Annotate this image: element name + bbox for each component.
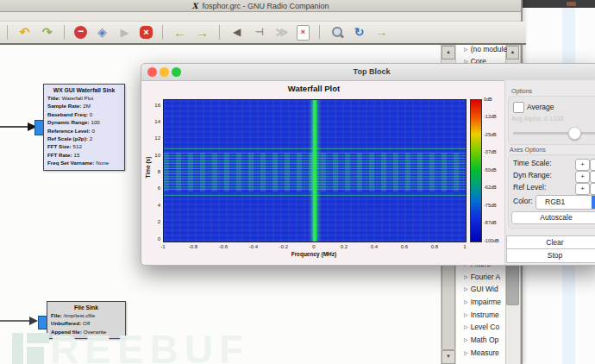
ref-level-minus-button[interactable]: - xyxy=(590,183,595,195)
filter-icon[interactable]: ◀ xyxy=(229,25,244,40)
tree-item-instrumentation[interactable]: ▷Instrume xyxy=(464,311,507,322)
block-param: Ref Scale (p2p):2 xyxy=(44,135,124,142)
x11-app-icon: X xyxy=(191,2,197,10)
waterfall-spectrogram xyxy=(163,99,467,242)
tree-item-impairments[interactable]: ▷Impairme xyxy=(464,298,507,309)
dropdown-arrows-icon: ▲▼ xyxy=(592,196,595,209)
param-value: Waterfall Plot xyxy=(62,95,94,101)
param-value: None xyxy=(96,160,109,166)
param-value: 15 xyxy=(74,152,80,158)
x-tick-label: 0 xyxy=(301,243,327,250)
average-checkbox[interactable] xyxy=(513,102,524,113)
dyn-range-minus-button[interactable]: - xyxy=(590,171,595,183)
block-title: WX GUI Waterfall Sink xyxy=(44,85,124,94)
y-tick-label: 12 xyxy=(148,135,160,141)
avg-alpha-label: Avg Alpha: 0.1333 xyxy=(511,115,564,122)
tree-item-math-operators[interactable]: ▷Math Op xyxy=(464,336,507,347)
search-icon[interactable] xyxy=(329,25,344,40)
time-scale-label: Time Scale: xyxy=(513,159,552,167)
autoscale-button[interactable]: Autoscale xyxy=(511,211,595,224)
tree-item-measurement[interactable]: ▷Measure xyxy=(464,348,507,360)
x-tick-label: 0.6 xyxy=(391,243,417,250)
color-dropdown-value: RGB1 xyxy=(545,198,565,206)
tree-item-fourier[interactable]: ▷Fourier A xyxy=(464,273,507,284)
tree-item-label: Instrume xyxy=(471,311,499,319)
param-key: Title: xyxy=(47,95,60,101)
block-file-sink[interactable]: File Sink File:/tmp/test.cfile Unbuffere… xyxy=(47,301,126,339)
y-tick-label: 2 xyxy=(148,218,160,225)
scroll-up-icon[interactable]: ▲ xyxy=(442,46,455,60)
disclosure-triangle-icon: ▷ xyxy=(464,337,468,342)
tree-item-label: Fourier A xyxy=(471,273,501,281)
errors-x-glyph: × xyxy=(298,27,309,37)
block-param: Unbuffered:Off xyxy=(47,319,125,327)
block-param: Freq Set Varname:None xyxy=(44,159,124,166)
tree-item-no-module[interactable]: ▷(no module xyxy=(464,45,507,56)
param-key: Unbuffered: xyxy=(51,320,81,326)
time-scale-minus-button[interactable]: - xyxy=(590,159,595,171)
fast-forward-icon[interactable]: ≫ xyxy=(274,25,289,40)
top-block-window-title: Top Block xyxy=(141,67,595,76)
param-value: 100 xyxy=(91,119,99,125)
x-tick-label: 0.4 xyxy=(361,243,387,250)
redo-icon[interactable]: ↷ xyxy=(40,25,54,40)
param-key: FFT Size: xyxy=(47,143,72,149)
generate-flowgraph-icon[interactable]: ◈ xyxy=(95,25,110,40)
disclosure-triangle-icon: ▷ xyxy=(464,47,468,52)
ref-level-plus-button[interactable]: + xyxy=(575,183,590,195)
x-axis-label: Frequency (MHz) xyxy=(228,251,400,257)
x-tick-label: 0.2 xyxy=(331,243,357,250)
undo-icon[interactable]: ↶ xyxy=(17,25,32,40)
disclosure-triangle-icon: ▷ xyxy=(464,312,468,317)
watermark-logo xyxy=(12,333,23,364)
tree-item-level-controllers[interactable]: ▷Level Co xyxy=(464,323,507,334)
param-value: 0 xyxy=(92,128,95,134)
toolbar-separator xyxy=(319,25,320,40)
block-param: Baseband Freq:0 xyxy=(44,110,124,118)
param-key: Append file: xyxy=(51,329,82,335)
block-param: FFT Size:512 xyxy=(44,142,124,150)
dyn-range-plus-button[interactable]: + xyxy=(575,171,590,183)
y-tick-label: 8 xyxy=(148,168,160,175)
axes-options-section-label: Axes Options xyxy=(510,147,546,153)
plugin-icon[interactable]: → xyxy=(374,25,389,40)
block-param: Title:Waterfall Plot xyxy=(44,94,124,102)
block-title: File Sink xyxy=(47,302,125,311)
plug-icon[interactable]: ⊣ xyxy=(252,25,266,40)
color-dropdown[interactable]: RGB1 ▲▼ xyxy=(536,195,595,210)
param-value: Overwrite xyxy=(84,329,106,335)
time-scale-plus-button[interactable]: + xyxy=(575,159,590,171)
x-tick-label: -0.2 xyxy=(271,243,297,250)
canvas-scrollbar-thumb[interactable] xyxy=(442,259,455,350)
forward-icon[interactable]: → xyxy=(195,25,210,40)
tree-item-gui-widgets[interactable]: ▷GUI Wid xyxy=(464,285,507,296)
top-block-window: Top Block Waterfall Plot Time (s) 16 14 … xyxy=(141,63,595,266)
plot-title: Waterfall Plot xyxy=(163,84,465,93)
param-key: Sample Rate: xyxy=(47,103,81,109)
tree-scrollbar-thumb[interactable] xyxy=(506,264,519,305)
param-value: Off xyxy=(83,320,90,326)
disclosure-triangle-icon: ▷ xyxy=(464,350,468,355)
avg-alpha-slider-thumb[interactable] xyxy=(568,127,581,140)
avg-alpha-slider[interactable] xyxy=(513,132,595,135)
param-value: 2 xyxy=(90,135,92,141)
back-icon[interactable]: ← xyxy=(172,25,187,40)
tree-item-label: Impairme xyxy=(471,298,501,306)
param-key: FFT Rate: xyxy=(47,152,72,158)
execute-icon[interactable]: ▶ xyxy=(117,25,132,40)
toolbar-separator xyxy=(64,25,65,40)
disclosure-triangle-icon: ▷ xyxy=(464,299,468,304)
kill-icon[interactable]: × xyxy=(140,26,153,39)
top-block-titlebar[interactable]: Top Block xyxy=(141,64,595,81)
watermark-logo xyxy=(27,347,44,364)
block-param: File:/tmp/test.cfile xyxy=(47,311,125,319)
background-dark-titlebar xyxy=(519,0,595,8)
errors-icon[interactable]: × xyxy=(297,25,310,41)
background-titlebar-button xyxy=(567,2,576,6)
block-wx-gui-waterfall-sink[interactable]: WX GUI Waterfall Sink Title:Waterfall Pl… xyxy=(43,84,125,171)
reload-icon[interactable]: ↻ xyxy=(352,25,366,40)
delete-icon[interactable]: − xyxy=(74,26,87,39)
scroll-down-icon[interactable]: ▼ xyxy=(442,350,455,364)
scroll-up-icon[interactable]: ▲ xyxy=(506,46,519,60)
stop-button[interactable]: Stop xyxy=(506,248,595,263)
